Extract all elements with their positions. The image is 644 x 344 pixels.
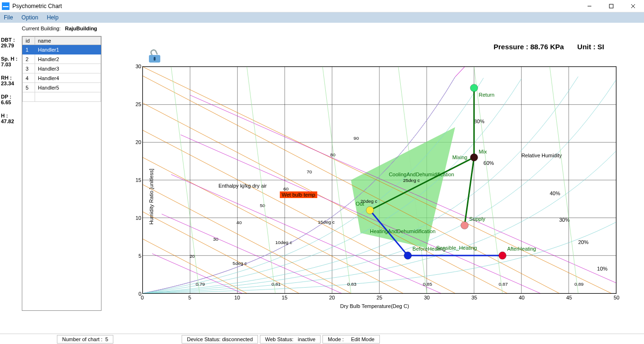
svg-text:10%: 10% (597, 266, 607, 272)
wetbulb-highlight: Wet bulb temp (280, 191, 317, 198)
svg-point-88 (461, 222, 469, 229)
svg-text:20: 20 (190, 253, 195, 259)
dbt-value: 29.79 (1, 43, 21, 48)
status-bar: Number of chart : 5 Device Status: disco… (0, 334, 644, 344)
svg-text:HeatingAndDehumidification: HeatingAndDehumidification (370, 228, 435, 234)
svg-text:80: 80 (330, 153, 336, 158)
close-button[interactable] (622, 0, 644, 12)
menu-option[interactable]: Option (21, 14, 38, 21)
svg-point-77 (470, 84, 478, 92)
status-web: Web Status: inactive (260, 335, 321, 344)
table-row[interactable] (23, 92, 101, 102)
pressure-readout: Pressure : 88.76 KPa (494, 43, 564, 51)
menu-help[interactable]: Help (47, 14, 59, 21)
y-ticks: 051015202530 (132, 66, 141, 294)
svg-text:AfterHeating: AfterHeating (507, 246, 536, 252)
h-value: 47.82 (1, 118, 21, 124)
svg-text:30: 30 (213, 236, 219, 242)
x-axis-label: Dry Bulb Temperature(Deg C) (123, 303, 626, 309)
svg-point-82 (366, 207, 374, 214)
handler-list-panel: id name 1Handler1 2Handler2 3Handler3 4H… (22, 36, 101, 311)
svg-text:BeforeHeating: BeforeHeating (413, 246, 446, 252)
menu-bar: File Option Help (0, 12, 644, 23)
svg-point-79 (470, 154, 478, 161)
psychrometric-chart[interactable]: Humidity Ratio [unitless] 051015202530 1… (123, 62, 626, 332)
svg-text:80%: 80% (474, 119, 485, 125)
svg-text:40%: 40% (550, 190, 560, 196)
dp-value: 6.65 (1, 100, 21, 105)
status-mode: Mode : Edit Mode (322, 335, 379, 344)
svg-text:90: 90 (354, 136, 359, 141)
svg-text:5deg c: 5deg c (233, 261, 247, 266)
dp-label: DP : (1, 94, 21, 100)
table-row[interactable]: 3Handler3 (23, 64, 101, 73)
svg-text:Out: Out (356, 201, 364, 207)
svg-text:40: 40 (237, 220, 242, 225)
svg-line-30 (143, 239, 247, 293)
svg-text:0.85: 0.85 (423, 281, 432, 287)
svg-line-53 (181, 135, 540, 293)
svg-text:10deg c: 10deg c (275, 240, 292, 245)
svg-text:Return: Return (479, 92, 495, 98)
current-building: Current Building: RajuBuilding (22, 26, 97, 31)
unit-readout: Unit : SI (577, 43, 604, 51)
table-row[interactable]: 2Handler2 (23, 54, 101, 64)
building-label: Current Building: (22, 26, 61, 31)
table-row[interactable]: 1Handler1 (23, 45, 101, 54)
menu-file[interactable]: File (4, 14, 13, 21)
svg-point-86 (498, 252, 506, 259)
svg-text:60: 60 (283, 186, 289, 191)
rh-label: RH : (1, 75, 21, 81)
svg-text:25deg c: 25deg c (403, 178, 420, 183)
title-bar: Psychometric Chart (0, 0, 644, 12)
svg-text:Enthalpy kj/kg dry air: Enthalpy kj/kg dry air (219, 183, 267, 189)
svg-rect-1 (609, 4, 613, 8)
svg-point-84 (404, 252, 412, 259)
table-row[interactable]: 5Handler5 (23, 83, 101, 92)
rh-value: 23.34 (1, 81, 21, 86)
svg-line-42 (143, 76, 559, 293)
status-chart-count: Number of chart : 5 (57, 335, 113, 344)
chart-header: Pressure : 88.76 KPa Unit : SI (494, 43, 616, 51)
col-id[interactable]: id (23, 37, 35, 45)
app-icon (2, 2, 9, 10)
h-label: H : (1, 113, 21, 118)
minimize-button[interactable] (579, 0, 600, 12)
svg-line-49 (162, 214, 341, 293)
window-title: Psychometric Chart (12, 3, 62, 9)
svg-line-73 (465, 157, 474, 225)
svg-text:30%: 30% (559, 217, 570, 223)
table-row[interactable]: 4Handler4 (23, 73, 101, 83)
svg-text:0.87: 0.87 (498, 281, 508, 287)
svg-text:70: 70 (307, 169, 313, 174)
svg-text:20%: 20% (578, 239, 589, 245)
col-name[interactable]: name (35, 37, 101, 45)
svg-text:0.89: 0.89 (574, 281, 584, 287)
status-device: Device Status: disconnected (182, 335, 258, 344)
dbt-label: DBT : (1, 37, 21, 43)
svg-text:Supply: Supply (469, 216, 486, 222)
maximize-button[interactable] (600, 0, 622, 12)
svg-text:Mixing: Mixing (452, 154, 468, 160)
svg-text:15deg c: 15deg c (318, 219, 334, 225)
sph-value: 7.03 (1, 62, 21, 67)
svg-text:0.79: 0.79 (196, 281, 205, 287)
sph-label: Sp. H : (1, 56, 21, 62)
lock-icon[interactable] (149, 49, 160, 63)
x-ticks: 05101520253035404550 (142, 295, 616, 301)
svg-text:Mix: Mix (479, 149, 488, 154)
building-name: RajuBuilding (65, 26, 97, 31)
svg-text:Relative Humidity: Relative Humidity (521, 153, 562, 158)
handler-table[interactable]: id name 1Handler1 2Handler2 3Handler3 4H… (22, 36, 101, 102)
svg-text:0.83: 0.83 (347, 281, 357, 287)
svg-text:CoolingAndDehumidification: CoolingAndDehumidification (389, 172, 454, 177)
svg-text:60%: 60% (484, 160, 494, 166)
side-readouts: DBT :29.79 Sp. H :7.03 RH :23.34 DP :6.6… (1, 37, 21, 132)
svg-text:0.81: 0.81 (271, 281, 281, 287)
